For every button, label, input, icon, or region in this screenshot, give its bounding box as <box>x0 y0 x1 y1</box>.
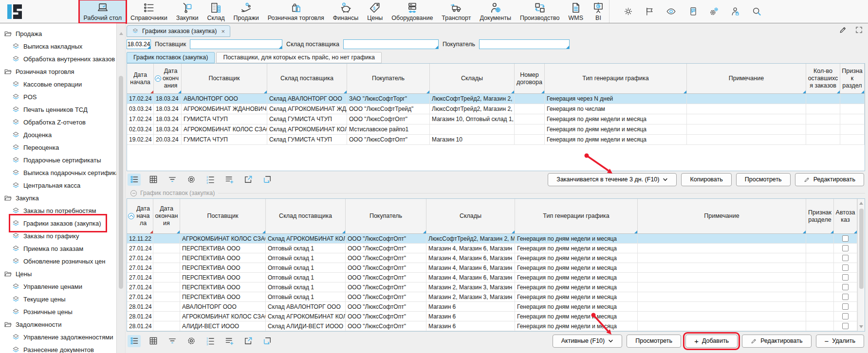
autoorder-checkbox[interactable] <box>842 313 849 319</box>
table-row[interactable]: 12.11.22АГРОКОМБИНАТ КОЛОС СЗАОСклад АГР… <box>127 234 865 244</box>
filter-icon[interactable] <box>166 335 179 347</box>
table-row[interactable]: 28.01.24АЛИДИ-ВЕСТ ИОООСклад АЛИДИ-ВЕСТ … <box>127 321 865 331</box>
table-row[interactable]: 27.01.24ПЕРСПЕКТИВА ООООптовый склад 1ОО… <box>127 253 865 263</box>
table-row[interactable]: 27.01.24ПЕРСПЕКТИВА ООООптовый склад 1ОО… <box>127 244 865 253</box>
filter-icon[interactable] <box>166 174 179 186</box>
column-header[interactable]: Дата начала <box>127 199 153 233</box>
menu-item-production[interactable]: Производство <box>516 0 564 23</box>
flag-icon[interactable] <box>645 6 655 17</box>
column-header[interactable]: Номер договора <box>515 64 545 93</box>
column-header[interactable]: Примечание <box>638 199 806 233</box>
expand-icon[interactable] <box>855 26 863 34</box>
search-icon[interactable] <box>752 6 762 17</box>
table-row[interactable]: 03.03.2418.03.24АГРОКОМБИНАТ ЖДАНОВИЧИСк… <box>127 104 865 114</box>
column-header[interactable]: Дата окончания <box>154 64 182 93</box>
autoorder-checkbox[interactable] <box>842 235 849 242</box>
menu-item-prices[interactable]: Цены <box>363 0 387 23</box>
close-icon[interactable]: × <box>221 28 225 35</box>
table-row[interactable]: 27.01.24ПЕРСПЕКТИВА ООООптовый склад 1ОО… <box>127 292 865 302</box>
column-header[interactable]: Покупатель <box>347 64 430 93</box>
autoorder-checkbox[interactable] <box>842 245 849 251</box>
sidebar-item[interactable]: Задолженности <box>4 318 64 331</box>
menu-item-warehouse[interactable]: Склад <box>203 0 229 23</box>
scroll-down-arrow[interactable] <box>859 325 863 328</box>
sidebar-item[interactable]: Заказы по потребностям <box>12 204 99 217</box>
table-scrollbar[interactable] <box>857 199 865 331</box>
add-to-list-icon[interactable] <box>222 174 236 186</box>
column-header[interactable]: Автозаказ <box>834 199 857 233</box>
menu-item-purchases[interactable]: Закупки <box>172 0 203 23</box>
column-header[interactable]: Склад поставщика <box>266 199 346 233</box>
table-row[interactable]: 28.01.24АГРОКОМБИНАТ КОЛОС СЗАОСклад АГР… <box>127 312 865 321</box>
sort-ascending-icon[interactable] <box>155 75 161 82</box>
active-filter-dropdown[interactable]: Активные (F10) <box>553 335 622 348</box>
view-button[interactable]: Просмотреть <box>627 335 681 348</box>
column-header[interactable]: Примечание <box>687 64 806 93</box>
sort-ascending-icon[interactable] <box>128 213 134 219</box>
open-external-icon[interactable] <box>241 174 255 186</box>
numbered-list-icon[interactable] <box>203 335 217 347</box>
eye-icon[interactable] <box>666 6 676 17</box>
scroll-up-arrow[interactable] <box>859 202 863 205</box>
table-row[interactable]: 27.01.24ПЕРСПЕКТИВА ООООптовый склад 1ОО… <box>127 273 865 282</box>
sidebar-item[interactable]: Разнесение документов <box>12 343 97 353</box>
view-list-icon[interactable] <box>128 335 141 347</box>
sidebar-item[interactable]: Выписка накладных <box>12 40 85 53</box>
sidebar-item[interactable]: POS <box>12 90 39 103</box>
supplier-filter-input[interactable] <box>190 39 282 49</box>
settings-gear-icon[interactable] <box>185 174 198 186</box>
column-header[interactable]: Поставщик <box>182 64 267 93</box>
column-header[interactable]: Покупатель <box>346 199 426 233</box>
menu-item-equipment[interactable]: Оборудование <box>387 0 437 23</box>
sidebar-item[interactable]: Приемка по заказам <box>12 242 86 255</box>
sidebar-item[interactable]: Выписка подарочных сертификатов <box>12 166 117 179</box>
sidebar-item[interactable]: Печать ценников ТСД <box>12 103 91 116</box>
view-grid-icon[interactable] <box>147 335 160 347</box>
sidebar-item[interactable]: Подарочные сертификаты <box>12 154 104 166</box>
column-header[interactable]: Тип генерации графика <box>515 199 638 233</box>
sidebar-item[interactable]: Управление задолженностями <box>12 331 116 343</box>
menu-item-references[interactable]: Справочники <box>126 0 172 23</box>
sidebar-item[interactable]: Графики заказов (закупка) <box>12 217 104 229</box>
column-header[interactable]: Тип генерации графика <box>545 64 687 93</box>
column-header[interactable]: Признак разделе <box>806 199 834 233</box>
ending-filter-dropdown[interactable]: Заканчивается в течение 3 дн. (F10) <box>548 173 677 186</box>
autoorder-checkbox[interactable] <box>842 284 849 290</box>
feedback-chat-icon[interactable] <box>687 6 698 17</box>
column-header[interactable]: Дата окончания <box>153 199 180 233</box>
edit-button[interactable]: Редактировать <box>795 173 864 186</box>
collapse-minus-icon[interactable] <box>130 190 137 196</box>
add-to-list-icon[interactable] <box>222 335 236 347</box>
date-filter-input[interactable] <box>127 39 151 49</box>
table-row[interactable]: 27.01.24ПЕРСПЕКТИВА ООООптовый склад 1ОО… <box>127 263 865 273</box>
menu-item-transport[interactable]: Транспорт <box>437 0 475 23</box>
autoorder-checkbox[interactable] <box>842 294 849 300</box>
supplier-warehouse-filter-input[interactable] <box>343 39 439 49</box>
table-row[interactable]: 19.02.2420.03.24ГУМИСТА ЧТУПСклад ГУМИСТ… <box>127 135 865 145</box>
subtab-supply-schedule[interactable]: График поставок (закупка) <box>127 52 215 63</box>
sidebar-item[interactable]: Розничная торговля <box>4 65 77 78</box>
sidebar-item[interactable]: Обработка внутренних заказов <box>12 53 117 65</box>
view-list-icon[interactable] <box>128 174 141 186</box>
sidebar-item[interactable]: Обработка Z-отчетов <box>12 116 89 128</box>
column-header[interactable]: Склады <box>430 64 515 93</box>
sidebar-item[interactable]: Текущие цены <box>12 293 69 305</box>
edit-pencil-icon[interactable] <box>839 26 847 34</box>
column-header[interactable]: Поставщик <box>180 199 266 233</box>
open-external-icon[interactable] <box>241 335 255 347</box>
column-header[interactable]: Дата начала <box>127 64 154 93</box>
settings-gears-icon[interactable] <box>709 6 719 17</box>
scrollbar-thumb[interactable] <box>859 209 864 289</box>
table-row[interactable]: 27.01.24ПЕРСПЕКТИВА ООООптовый склад 1ОО… <box>127 282 865 292</box>
menu-item-finance[interactable]: Финансы <box>329 0 363 23</box>
menu-item-documents[interactable]: Документы <box>475 0 515 23</box>
user-lock-icon[interactable] <box>730 6 740 17</box>
sidebar-scrollbar[interactable] <box>117 23 126 353</box>
column-header[interactable]: Признак раздел <box>840 64 865 93</box>
table-row[interactable]: 17.02.2418.03.24ГУМИСТА ЧТУПСклад ГУМИСТ… <box>127 114 865 124</box>
tab-order-schedules[interactable]: Графики заказов (закупка) × <box>127 25 230 37</box>
column-header[interactable]: Кол-во оставшихся заказов <box>806 64 840 93</box>
add-button[interactable]: + Добавить <box>685 335 738 348</box>
column-header[interactable]: Склады <box>426 199 515 233</box>
view-grid-icon[interactable] <box>147 174 160 186</box>
